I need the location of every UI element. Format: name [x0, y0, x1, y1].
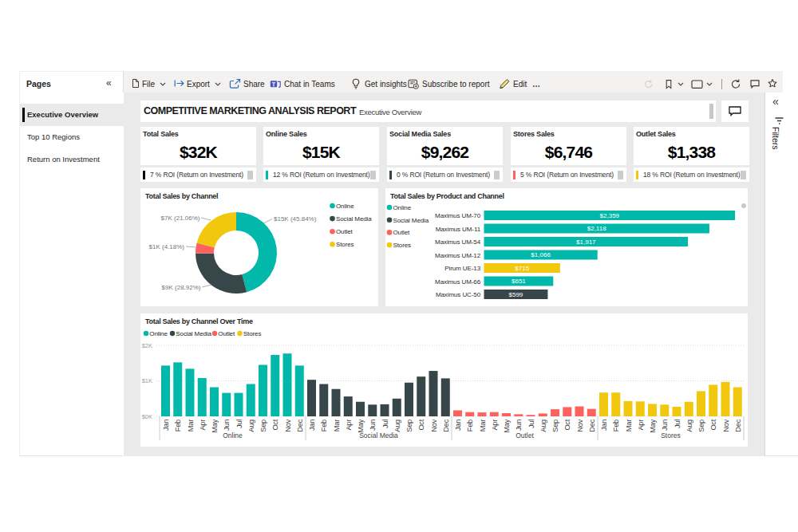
svg-text:Jan: Jan — [454, 420, 462, 431]
svg-text:$651: $651 — [512, 278, 526, 285]
svg-text:Jan: Jan — [600, 420, 608, 431]
svg-text:$7K (21.06%): $7K (21.06%) — [161, 215, 200, 222]
svg-text:Outlet: Outlet — [336, 228, 354, 235]
svg-text:Maximus UM-11: Maximus UM-11 — [436, 226, 481, 233]
svg-text:Maximus UC-50: Maximus UC-50 — [436, 291, 481, 298]
svg-text:Sep: Sep — [697, 420, 705, 432]
svg-text:Maximus UM-54: Maximus UM-54 — [435, 238, 481, 246]
svg-text:May: May — [211, 419, 219, 432]
svg-text:Nov: Nov — [430, 419, 438, 432]
svg-text:Aug: Aug — [539, 420, 547, 432]
svg-text:Stores: Stores — [243, 330, 262, 337]
svg-text:Oct: Oct — [417, 419, 425, 430]
svg-text:$15K (45.84%): $15K (45.84%) — [274, 215, 317, 223]
svg-text:Oct: Oct — [563, 419, 571, 430]
svg-text:Sep: Sep — [551, 420, 559, 432]
svg-text:Aug: Aug — [685, 420, 693, 432]
svg-text:Feb: Feb — [612, 420, 620, 432]
svg-text:Jul: Jul — [674, 420, 681, 428]
svg-text:Jun: Jun — [223, 420, 231, 431]
svg-text:$1K (4.18%): $1K (4.18%) — [149, 243, 185, 250]
svg-text:Nov: Nov — [576, 419, 584, 432]
svg-text:Dec: Dec — [442, 419, 450, 432]
svg-text:Feb: Feb — [174, 420, 182, 432]
svg-text:Outlet: Outlet — [516, 432, 534, 439]
svg-text:Pirum UE-13: Pirum UE-13 — [444, 265, 480, 272]
svg-text:Mar: Mar — [625, 420, 633, 432]
svg-text:Online: Online — [223, 432, 243, 439]
svg-text:Social Media: Social Media — [359, 432, 398, 439]
svg-text:$1,917: $1,917 — [576, 238, 596, 246]
svg-text:$0K: $0K — [142, 413, 152, 420]
svg-text:Sep: Sep — [259, 420, 267, 432]
svg-text:Apr: Apr — [345, 420, 353, 431]
svg-text:Social Media: Social Media — [176, 330, 211, 337]
svg-text:$9K (28.92%): $9K (28.92%) — [162, 284, 201, 291]
svg-text:Maximus UM-66: Maximus UM-66 — [435, 278, 481, 286]
svg-text:Maximus UM-12: Maximus UM-12 — [435, 252, 481, 259]
svg-text:Oct: Oct — [271, 419, 279, 430]
svg-text:$1,066: $1,066 — [531, 251, 551, 258]
svg-text:Aug: Aug — [393, 420, 401, 432]
svg-text:Aug: Aug — [247, 420, 255, 432]
svg-text:Jun: Jun — [515, 420, 523, 431]
svg-text:Apr: Apr — [491, 420, 499, 431]
svg-text:Oct: Oct — [709, 419, 717, 430]
svg-text:$599: $599 — [509, 291, 523, 298]
svg-text:Jun: Jun — [369, 420, 377, 431]
svg-text:Stores: Stores — [661, 432, 681, 439]
svg-text:Online: Online — [336, 203, 354, 210]
svg-text:Social Media: Social Media — [336, 215, 372, 223]
svg-text:Jul: Jul — [527, 420, 535, 428]
svg-text:Jul: Jul — [381, 420, 389, 428]
svg-text:Apr: Apr — [637, 420, 645, 431]
svg-text:Social Media: Social Media — [393, 217, 429, 224]
svg-text:Jun: Jun — [661, 420, 669, 431]
svg-text:$2,118: $2,118 — [587, 225, 606, 232]
svg-text:Nov: Nov — [722, 419, 730, 432]
svg-text:Feb: Feb — [466, 420, 474, 432]
svg-text:Stores: Stores — [393, 242, 412, 249]
svg-text:Feb: Feb — [320, 420, 328, 432]
svg-text:Stores: Stores — [336, 241, 354, 248]
svg-text:$2K: $2K — [142, 342, 152, 349]
svg-text:$1K: $1K — [142, 377, 152, 384]
svg-text:$715: $715 — [515, 265, 529, 272]
svg-text:Dec: Dec — [296, 419, 304, 432]
svg-text:Mar: Mar — [333, 420, 341, 432]
svg-text:Online: Online — [149, 330, 168, 337]
svg-text:Dec: Dec — [588, 419, 596, 432]
svg-text:Jan: Jan — [308, 420, 316, 431]
svg-text:Online: Online — [393, 204, 412, 211]
svg-text:Mar: Mar — [479, 420, 487, 432]
svg-text:Outlet: Outlet — [218, 330, 235, 337]
svg-text:Maximus UM-70: Maximus UM-70 — [435, 212, 481, 219]
svg-text:Apr: Apr — [199, 420, 207, 431]
svg-text:May: May — [649, 419, 657, 432]
svg-text:May: May — [503, 419, 511, 432]
svg-text:Dec: Dec — [734, 419, 742, 432]
svg-text:Nov: Nov — [284, 419, 292, 432]
svg-text:Jul: Jul — [235, 420, 243, 428]
svg-text:Outlet: Outlet — [393, 229, 411, 236]
svg-text:Mar: Mar — [187, 420, 195, 432]
svg-text:Sep: Sep — [405, 420, 413, 432]
svg-text:$2,359: $2,359 — [600, 212, 620, 219]
svg-text:Jan: Jan — [162, 420, 170, 431]
